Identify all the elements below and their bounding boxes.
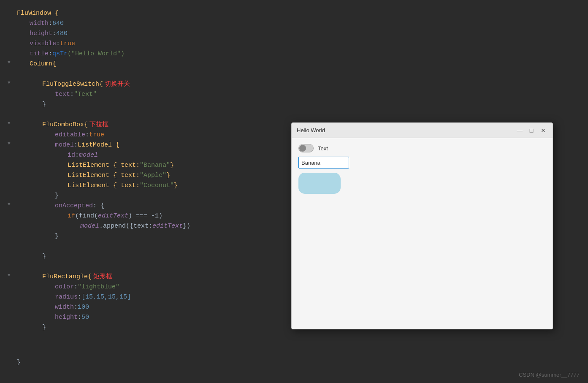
- toggle-switch[interactable]: [298, 144, 314, 152]
- code-line: ▼ FluToggleSwitch{切换开关: [17, 79, 580, 90]
- flu-rectangle: [298, 173, 341, 194]
- close-button[interactable]: ✕: [539, 126, 547, 135]
- toggle-label: Text: [318, 145, 328, 152]
- code-line: width: 640: [17, 19, 580, 29]
- combobox-input[interactable]: [299, 160, 349, 166]
- code-token: width: [30, 19, 49, 29]
- code-line: title: qsTr("Hello World"): [17, 49, 580, 59]
- toggle-switch-row: Text: [298, 144, 546, 152]
- window-content: Text ∨: [292, 138, 553, 329]
- code-line: height: 480: [17, 29, 580, 39]
- code-line: [17, 110, 580, 120]
- closing-brace: }: [17, 359, 21, 366]
- combobox-row: ∨: [298, 157, 546, 168]
- code-line: [17, 69, 580, 79]
- window-titlebar: Hello World — □ ✕: [292, 123, 553, 138]
- code-line: }: [17, 100, 580, 110]
- toggle-thumb: [299, 145, 306, 152]
- code-line: FluWindow {: [17, 8, 580, 19]
- code-line: visible: true: [17, 39, 580, 49]
- attribution: CSDN @summer__7777: [519, 372, 580, 378]
- code-token: FluWindow {: [17, 8, 59, 19]
- minimize-button[interactable]: —: [515, 126, 524, 135]
- window-title: Hello World: [297, 127, 325, 133]
- hello-world-window: Hello World — □ ✕ Text ∨: [291, 122, 553, 329]
- window-controls: — □ ✕: [515, 126, 547, 135]
- code-line: text:"Text": [17, 90, 580, 100]
- code-line: ▼ Column{: [17, 59, 580, 69]
- combobox[interactable]: ∨: [298, 157, 349, 168]
- maximize-button[interactable]: □: [527, 126, 536, 135]
